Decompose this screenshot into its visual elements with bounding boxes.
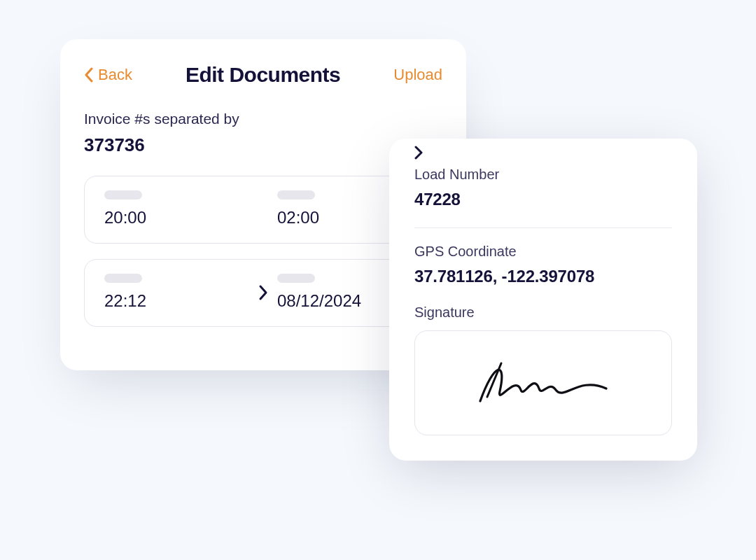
invoice-label: Invoice #s separated by — [84, 111, 442, 127]
gps-label: GPS Coordinate — [414, 244, 672, 260]
time-cell: 22:12 — [104, 274, 249, 311]
placeholder-bar — [277, 190, 315, 200]
back-button[interactable]: Back — [84, 66, 132, 84]
signature-box[interactable] — [414, 330, 672, 435]
page-title: Edit Documents — [186, 63, 340, 87]
edit-card-header: Back Edit Documents Upload — [84, 63, 442, 87]
chevron-left-icon — [84, 67, 94, 83]
divider — [414, 227, 672, 228]
signature-label: Signature — [414, 304, 672, 321]
time-value: 22:12 — [104, 291, 249, 311]
chevron-right-icon — [414, 146, 423, 162]
load-details-card: Load Number 47228 GPS Coordinate 37.7811… — [389, 139, 697, 461]
placeholder-bar — [104, 190, 142, 200]
upload-button[interactable]: Upload — [393, 66, 442, 84]
placeholder-bar — [104, 274, 142, 283]
time-start-cell: 20:00 — [104, 190, 249, 227]
placeholder-bar — [277, 274, 315, 283]
back-label: Back — [98, 66, 132, 84]
load-number-value: 47228 — [414, 190, 672, 209]
app-stage: Back Edit Documents Upload Invoice #s se… — [0, 0, 756, 560]
chevron-right-icon — [249, 274, 277, 311]
gps-value: 37.781126, -122.397078 — [414, 267, 672, 286]
load-number-label: Load Number — [414, 167, 672, 183]
load-number-block: Load Number 47228 — [414, 167, 672, 209]
gps-block: GPS Coordinate 37.781126, -122.397078 — [414, 244, 672, 286]
signature-icon — [466, 355, 620, 411]
time-start-value: 20:00 — [104, 208, 249, 227]
